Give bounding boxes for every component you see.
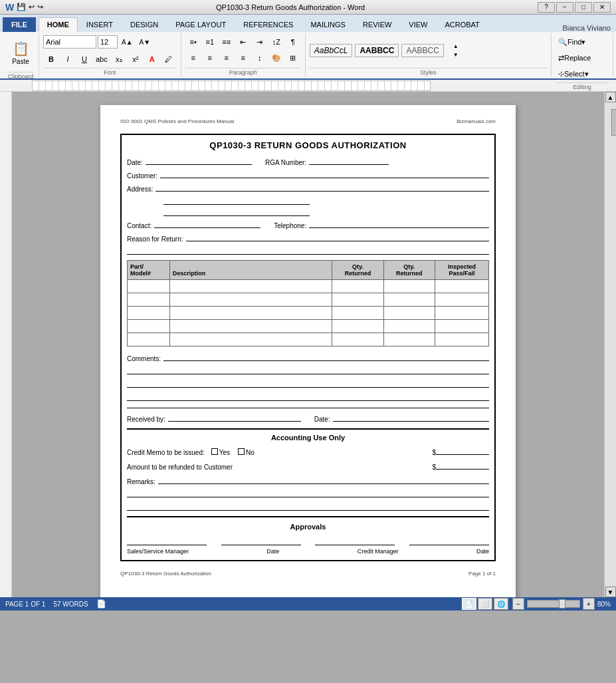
- cell-qty2-3[interactable]: [383, 307, 435, 320]
- paste-button[interactable]: 📋 Paste: [7, 35, 35, 70]
- vertical-scrollbar[interactable]: ▲ ▼: [604, 92, 616, 597]
- justify-button[interactable]: ≡: [235, 51, 251, 65]
- reason-field-2[interactable]: [127, 245, 489, 255]
- address-field-3[interactable]: [163, 207, 310, 216]
- tab-design[interactable]: DESIGN: [122, 17, 167, 32]
- scroll-up-button[interactable]: ▲: [605, 92, 616, 102]
- minimize-button[interactable]: −: [556, 2, 573, 13]
- cell-part-4[interactable]: [128, 320, 170, 333]
- cell-desc-3[interactable]: [169, 307, 332, 320]
- cell-qty2-5[interactable]: [383, 333, 435, 346]
- decrease-indent-button[interactable]: ⇤: [235, 35, 251, 49]
- cell-inspect-1[interactable]: [435, 280, 488, 293]
- cell-desc-4[interactable]: [169, 320, 332, 333]
- underline-button[interactable]: U: [76, 52, 92, 67]
- yes-checkbox[interactable]: [211, 448, 218, 455]
- telephone-field[interactable]: [309, 219, 489, 228]
- cell-qty1-3[interactable]: [332, 307, 383, 320]
- cell-part-5[interactable]: [128, 333, 170, 346]
- numbering-button[interactable]: ≡1: [202, 35, 218, 49]
- line-spacing-button[interactable]: ↕: [252, 51, 268, 65]
- grow-font-button[interactable]: A▲: [119, 35, 136, 49]
- address-field-1[interactable]: [155, 182, 489, 192]
- cell-inspect-4[interactable]: [435, 320, 488, 333]
- cell-desc-1[interactable]: [169, 280, 332, 293]
- zoom-thumb[interactable]: [559, 599, 565, 609]
- cell-desc-2[interactable]: [169, 293, 332, 307]
- tab-insert[interactable]: INSERT: [78, 17, 122, 32]
- comments-line-4[interactable]: [127, 392, 489, 401]
- multilevel-button[interactable]: ≡≡: [219, 35, 235, 49]
- cell-inspect-3[interactable]: [435, 307, 488, 320]
- find-button[interactable]: 🔍 Find ▾: [556, 35, 609, 49]
- cell-qty1-2[interactable]: [332, 293, 383, 307]
- increase-indent-button[interactable]: ⇥: [252, 35, 268, 49]
- scroll-thumb[interactable]: [611, 109, 617, 136]
- tab-references[interactable]: REFERENCES: [235, 17, 302, 32]
- italic-button[interactable]: I: [60, 52, 76, 67]
- close-button[interactable]: ✕: [593, 2, 611, 13]
- zoom-in-button[interactable]: +: [583, 598, 595, 610]
- no-checkbox[interactable]: [238, 448, 245, 455]
- shrink-font-button[interactable]: A▼: [137, 35, 154, 49]
- received-date-field[interactable]: [333, 412, 489, 422]
- tab-page-layout[interactable]: PAGE LAYOUT: [167, 17, 235, 32]
- font-name-input[interactable]: [43, 35, 96, 49]
- cell-inspect-2[interactable]: [435, 293, 488, 307]
- shading-button[interactable]: 🎨: [268, 51, 284, 65]
- replace-button[interactable]: ⇄ Replace: [556, 51, 609, 65]
- cell-qty2-4[interactable]: [383, 320, 435, 333]
- customer-field[interactable]: [160, 169, 489, 178]
- tab-view[interactable]: VIEW: [400, 17, 436, 32]
- document-scroll[interactable]: ISO 9001 QMS Policies and Procedures Man…: [12, 92, 604, 597]
- align-left-button[interactable]: ≡: [185, 51, 201, 65]
- cell-qty2-2[interactable]: [383, 293, 435, 307]
- zoom-out-button[interactable]: −: [512, 598, 524, 610]
- comments-line-3[interactable]: [127, 378, 489, 388]
- tab-review[interactable]: REVIEW: [354, 17, 400, 32]
- sort-button[interactable]: ↕Z: [268, 35, 284, 49]
- help-button[interactable]: ?: [538, 2, 555, 13]
- align-right-button[interactable]: ≡: [219, 51, 235, 65]
- highlight-button[interactable]: 🖊: [161, 52, 177, 67]
- cell-part-2[interactable]: [128, 293, 170, 307]
- quick-access-save[interactable]: 💾: [17, 3, 26, 11]
- cell-inspect-5[interactable]: [435, 333, 488, 346]
- refund-amount-field[interactable]: [436, 460, 489, 470]
- bold-button[interactable]: B: [43, 52, 59, 67]
- print-layout-button[interactable]: 📄: [462, 598, 476, 610]
- strikethrough-button[interactable]: abc: [93, 52, 110, 67]
- web-layout-button[interactable]: 🌐: [494, 598, 508, 610]
- font-size-input[interactable]: [98, 35, 118, 49]
- full-screen-button[interactable]: ⬜: [478, 598, 492, 610]
- tab-acrobat[interactable]: ACROBAT: [436, 17, 488, 32]
- cell-qty1-1[interactable]: [332, 280, 383, 293]
- cell-part-3[interactable]: [128, 307, 170, 320]
- bullets-button[interactable]: ≡•: [185, 35, 201, 49]
- borders-button[interactable]: ⊞: [285, 51, 301, 65]
- styles-scroll-up[interactable]: ▲: [448, 43, 464, 51]
- received-by-field[interactable]: [168, 412, 301, 422]
- remarks-field[interactable]: [158, 475, 489, 484]
- cell-qty1-4[interactable]: [332, 320, 383, 333]
- style-heading2[interactable]: AABBCC: [401, 44, 443, 57]
- comments-field-1[interactable]: [163, 352, 489, 361]
- address-field-2[interactable]: [163, 196, 310, 205]
- superscript-button[interactable]: x²: [128, 52, 144, 67]
- subscript-button[interactable]: x₂: [111, 52, 127, 67]
- credit-manager-signature[interactable]: [315, 536, 395, 545]
- scroll-down-button[interactable]: ▼: [605, 587, 616, 597]
- remarks-line-3[interactable]: [127, 501, 489, 511]
- cell-qty1-5[interactable]: [332, 333, 383, 346]
- text-color-button[interactable]: A: [144, 52, 160, 67]
- select-button[interactable]: ⊹ Select ▾: [556, 67, 609, 81]
- show-para-button[interactable]: ¶: [285, 35, 301, 49]
- style-emphasis[interactable]: AaBbCcL: [310, 44, 353, 57]
- styles-scroll-down[interactable]: ▼: [448, 51, 464, 59]
- remarks-line-2[interactable]: [127, 488, 489, 497]
- date-field[interactable]: [146, 156, 252, 165]
- tab-file[interactable]: FILE: [3, 17, 36, 32]
- cell-qty2-1[interactable]: [383, 280, 435, 293]
- sales-manager-signature[interactable]: [127, 536, 207, 545]
- date-signature-1[interactable]: [221, 536, 301, 545]
